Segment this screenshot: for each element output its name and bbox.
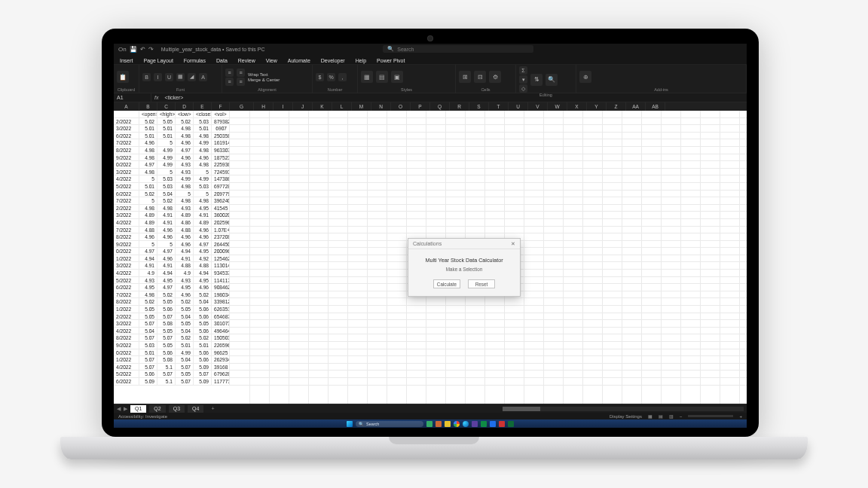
cell[interactable]: 5.02 <box>176 298 194 305</box>
underline-icon[interactable]: U <box>165 73 173 81</box>
sheet-tab[interactable]: Q3 <box>169 405 185 413</box>
cell[interactable]: 4.91 <box>176 255 194 262</box>
column-header[interactable]: O <box>391 102 411 111</box>
align-left-icon[interactable]: ≡ <box>225 78 234 86</box>
cell[interactable]: 4.98 <box>194 161 212 168</box>
view-normal-icon[interactable]: ▦ <box>648 413 653 419</box>
column-header[interactable]: N <box>371 102 391 111</box>
cell[interactable]: 4.98 <box>139 154 157 161</box>
column-header[interactable]: I <box>274 102 293 111</box>
cell[interactable]: 3/2022 <box>114 169 139 175</box>
cell[interactable]: 5 <box>176 191 194 197</box>
find-select-icon[interactable]: 🔍 <box>546 74 558 86</box>
cell[interactable]: 96625 <box>212 349 230 356</box>
column-header[interactable]: P <box>411 102 430 111</box>
cell[interactable]: 5.01 <box>194 125 212 132</box>
column-header[interactable]: A <box>114 102 139 111</box>
cell[interactable]: 4.89 <box>194 219 212 226</box>
column-header[interactable]: U <box>509 102 528 111</box>
ribbon-tab[interactable]: Page Layout <box>142 57 175 64</box>
cell[interactable]: 39168 <box>212 364 230 371</box>
cell[interactable]: 5 <box>139 175 157 182</box>
cell[interactable]: 5.02 <box>139 191 157 197</box>
cell[interactable]: 0/2022 <box>114 248 139 255</box>
cell[interactable]: 5.01 <box>139 183 157 190</box>
cell[interactable]: 4.88 <box>139 227 157 233</box>
ribbon-tab[interactable]: Insert <box>118 57 135 64</box>
cell[interactable]: 4.98 <box>176 133 194 139</box>
cell[interactable]: 679628 <box>212 371 230 377</box>
cell[interactable]: 6/2022 <box>114 378 139 385</box>
column-header[interactable]: V <box>528 102 548 111</box>
cell[interactable]: 4.98 <box>139 205 157 212</box>
cell[interactable]: 5.05 <box>176 320 194 327</box>
cell[interactable]: 4.97 <box>194 241 212 248</box>
cell[interactable]: 5 <box>194 169 212 175</box>
cell[interactable]: 339812 <box>212 298 230 305</box>
cell[interactable]: 4.96 <box>157 233 176 240</box>
cell[interactable]: 113014 <box>212 262 230 269</box>
zoom-in-button[interactable]: + <box>739 414 742 419</box>
column-header[interactable]: C <box>157 102 176 111</box>
cell[interactable]: 4.96 <box>176 241 194 248</box>
cell[interactable]: 5.01 <box>157 125 176 132</box>
redo-icon[interactable]: ↷ <box>148 46 154 53</box>
cell[interactable]: 5.07 <box>139 364 157 371</box>
search-box[interactable]: 🔍 Search <box>383 45 533 53</box>
sheet-tab[interactable]: Q1 <box>130 405 146 413</box>
cell[interactable]: 4.94 <box>176 248 194 255</box>
cell[interactable]: 9/2022 <box>114 154 139 161</box>
cell[interactable]: 5.04 <box>139 328 157 334</box>
fill-icon[interactable]: ▾ <box>519 75 527 84</box>
display-settings-button[interactable]: Display Settings <box>610 414 642 419</box>
cell[interactable]: 5.03 <box>194 118 212 125</box>
cell[interactable]: 5 <box>157 169 176 175</box>
cell[interactable]: 4.95 <box>194 248 212 255</box>
add-sheet-button[interactable]: + <box>206 405 219 413</box>
cell[interactable]: 6/2022 <box>114 191 139 197</box>
edge-icon[interactable] <box>463 421 469 427</box>
column-header[interactable]: H <box>254 102 274 111</box>
cell[interactable]: 5 <box>139 197 157 204</box>
cell[interactable]: 396240 <box>212 197 230 204</box>
cell[interactable]: 5.07 <box>157 313 176 320</box>
cell[interactable]: 4.99 <box>157 161 176 168</box>
cell[interactable]: 5.02 <box>139 118 157 125</box>
cell[interactable]: 4.96 <box>194 154 212 161</box>
undo-icon[interactable]: ↶ <box>140 46 145 53</box>
align-center-icon[interactable]: ≡ <box>237 78 245 86</box>
cell[interactable]: 5.07 <box>157 334 176 341</box>
cell[interactable]: 4.96 <box>139 233 157 240</box>
cell[interactable]: 4.96 <box>157 255 176 262</box>
start-button[interactable] <box>347 421 353 427</box>
sheet-tab[interactable]: Q4 <box>188 405 203 413</box>
taskbar-app-icon[interactable] <box>481 421 487 427</box>
sheet-tab[interactable]: Q2 <box>149 405 165 413</box>
cell[interactable]: 5 <box>139 241 157 248</box>
cell[interactable]: 4.89 <box>176 212 194 218</box>
cond-fmt-icon[interactable]: ▦ <box>361 71 373 83</box>
cell[interactable]: 2/2022 <box>114 313 139 320</box>
sheet-nav-next-icon[interactable]: ▶ <box>124 406 127 412</box>
cell[interactable]: 5.09 <box>194 378 212 385</box>
cell[interactable]: 3/2022 <box>114 320 139 327</box>
cell[interactable]: 879382 <box>212 118 230 125</box>
cell[interactable]: 5.05 <box>194 320 212 327</box>
cell[interactable]: 7/2022 <box>114 291 139 298</box>
cell[interactable]: 4.94 <box>157 270 176 276</box>
cell[interactable]: 9/2022 <box>114 241 139 248</box>
cell[interactable]: 5.02 <box>176 334 194 341</box>
cell[interactable]: 26445010 <box>212 241 230 248</box>
fmt-table-icon[interactable]: ▤ <box>376 71 388 83</box>
ribbon-tab[interactable]: Automate <box>286 57 312 64</box>
column-header[interactable]: R <box>450 102 469 111</box>
column-header[interactable]: Y <box>587 102 607 111</box>
cell[interactable]: 5.1 <box>157 364 176 371</box>
taskbar-app-icon[interactable] <box>499 421 505 427</box>
column-header[interactable]: Z <box>607 102 626 111</box>
cell[interactable]: 5.06 <box>194 349 212 356</box>
column-header[interactable]: W <box>548 102 567 111</box>
column-header[interactable]: L <box>332 102 352 111</box>
cell[interactable]: 4.96 <box>194 233 212 240</box>
cell[interactable]: 4.99 <box>157 154 176 161</box>
